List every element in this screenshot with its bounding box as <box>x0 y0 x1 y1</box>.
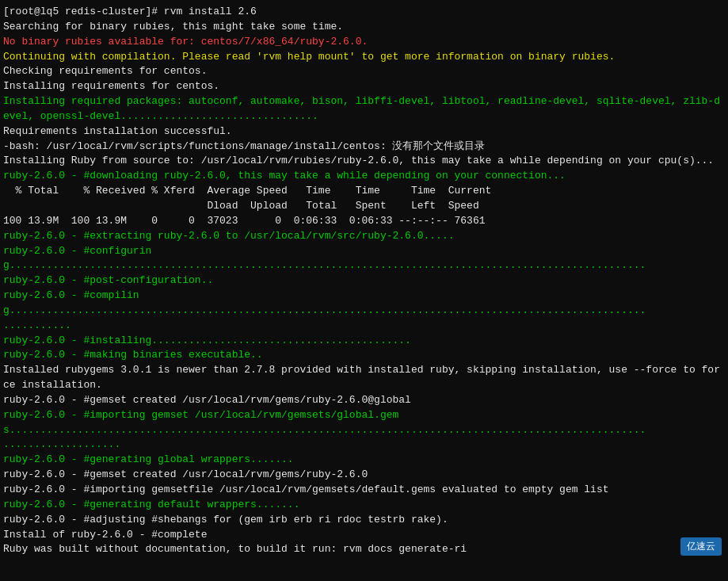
terminal-line: ruby-2.6.0 - #configuring...............… <box>3 244 725 274</box>
terminal-line: ruby-2.6.0 - #making binaries executable… <box>3 348 725 363</box>
terminal-line: ruby-2.6.0 - #extracting ruby-2.6.0 to /… <box>3 229 725 244</box>
terminal-line: ruby-2.6.0 - #generating default wrapper… <box>3 498 725 513</box>
terminal-line: ruby-2.6.0 - #generating global wrappers… <box>3 453 725 468</box>
terminal-line: Installing requirements for centos. <box>3 79 725 94</box>
terminal-line: ruby-2.6.0 - #importing gemset /usr/loca… <box>3 408 725 438</box>
terminal-line: 100 13.9M 100 13.9M 0 0 37023 0 0:06:33 … <box>3 214 725 229</box>
terminal-line: ruby-2.6.0 - #installing................… <box>3 334 725 349</box>
terminal-line: ................... <box>3 438 725 453</box>
terminal-line: Installing Ruby from source to: /usr/loc… <box>3 154 725 169</box>
terminal-line: ruby-2.6.0 - #gemset created /usr/local/… <box>3 468 725 483</box>
terminal-line: Install of ruby-2.6.0 - #complete <box>3 528 725 543</box>
terminal-line: % Total % Received % Xferd Average Speed… <box>3 184 725 199</box>
terminal-line: Continuing with compilation. Please read… <box>3 50 725 65</box>
terminal-line: -bash: /usr/local/rvm/scripts/functions/… <box>3 140 725 155</box>
terminal-line: No binary rubies available for: centos/7… <box>3 35 725 50</box>
terminal-line: [root@lq5 redis-cluster]# rvm install 2.… <box>3 5 725 20</box>
terminal-line: Installed rubygems 3.0.1 is newer than 2… <box>3 363 725 393</box>
terminal-line: Ruby was built without documentation, to… <box>3 542 725 557</box>
terminal-line: ruby-2.6.0 - #importing gemsetfile /usr/… <box>3 483 725 498</box>
terminal-line: ruby-2.6.0 - #post-configuration.. <box>3 273 725 289</box>
terminal-line: ruby-2.6.0 - #gemset created /usr/local/… <box>3 393 725 408</box>
terminal-line: ruby-2.6.0 - #compiling.................… <box>3 289 725 319</box>
terminal-line: Checking requirements for centos. <box>3 64 725 79</box>
terminal-line: Requirements installation successful. <box>3 124 725 140</box>
terminal-line: Installing required packages: autoconf, … <box>3 94 725 124</box>
terminal-window: [root@lq5 redis-cluster]# rvm install 2.… <box>0 0 728 562</box>
terminal-line: ruby-2.6.0 - #adjusting #shebangs for (g… <box>3 513 725 528</box>
watermark: 亿速云 <box>680 537 722 556</box>
terminal-line: Searching for binary rubies, this might … <box>3 20 725 35</box>
terminal-line: ruby-2.6.0 - #downloading ruby-2.6.0, th… <box>3 169 725 184</box>
terminal-line: Dload Upload Total Spent Left Speed <box>3 199 725 214</box>
terminal-line: ........... <box>3 319 725 334</box>
